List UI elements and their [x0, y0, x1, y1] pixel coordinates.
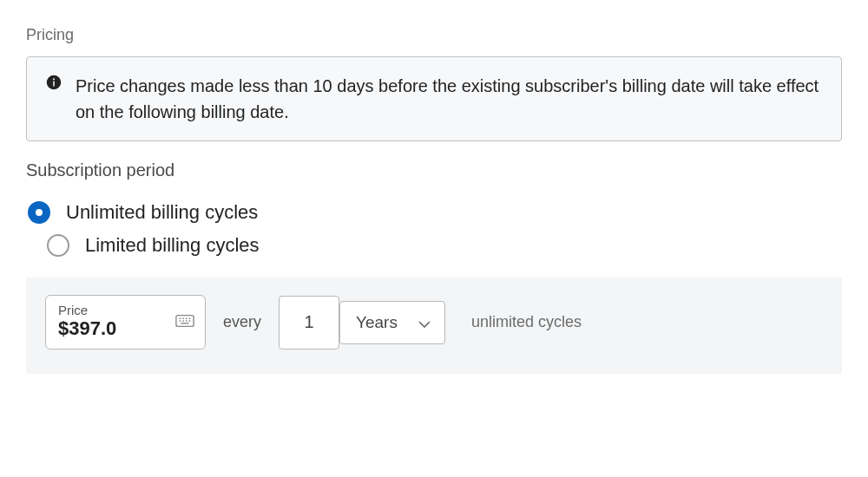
price-label: Price — [58, 303, 193, 317]
radio-button-unselected-icon — [47, 234, 69, 257]
interval-unit-select[interactable]: Years — [339, 301, 445, 344]
interval-unit-value: Years — [356, 313, 398, 332]
cycles-summary-text: unlimited cycles — [471, 313, 582, 331]
interval-count-input[interactable]: 1 — [279, 296, 339, 350]
radio-limited-label: Limited billing cycles — [85, 234, 260, 257]
pricing-heading: Pricing — [26, 26, 842, 44]
svg-rect-3 — [176, 315, 194, 326]
keyboard-icon — [175, 314, 194, 331]
pricing-config-panel: Price $397.0 every 1 Years unlimited cyc… — [26, 278, 842, 374]
chevron-down-icon — [418, 313, 431, 332]
every-label: every — [223, 313, 261, 331]
price-value: $397.0 — [58, 317, 193, 340]
billing-cycle-radio-group: Unlimited billing cycles Limited billing… — [26, 201, 842, 257]
price-input[interactable]: Price $397.0 — [45, 295, 206, 350]
radio-unlimited-billing[interactable]: Unlimited billing cycles — [28, 201, 842, 224]
radio-unlimited-label: Unlimited billing cycles — [66, 201, 258, 224]
pricing-info-box: Price changes made less than 10 days bef… — [26, 56, 842, 141]
radio-limited-billing[interactable]: Limited billing cycles — [28, 234, 842, 257]
info-icon — [46, 75, 62, 94]
svg-point-2 — [53, 78, 55, 80]
pricing-info-text: Price changes made less than 10 days bef… — [76, 73, 822, 125]
radio-button-selected-icon — [28, 201, 50, 224]
subscription-period-heading: Subscription period — [26, 160, 842, 180]
interval-count-value: 1 — [304, 312, 313, 332]
svg-rect-1 — [53, 82, 55, 87]
